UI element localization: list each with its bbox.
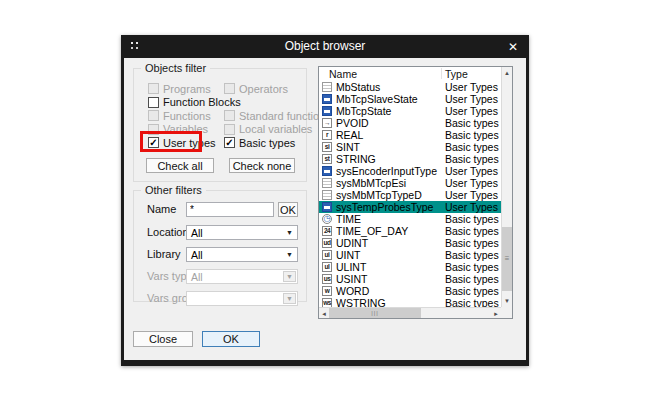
checkbox-operators: Operators xyxy=(224,82,308,96)
list-row-sysencoderinputtype[interactable]: sysEncoderInputTypeUser Types xyxy=(319,165,501,177)
vars-group-filter-row: Vars group ▼ xyxy=(134,291,306,306)
scroll-left-icon[interactable]: ◂ xyxy=(319,308,329,318)
vars-group-combobox-disabled: ▼ xyxy=(186,291,298,306)
list-row-sint[interactable]: siSINTBasic types xyxy=(319,141,501,153)
checkbox-functions: Functions xyxy=(148,109,224,123)
horizontal-scrollbar[interactable]: ◂ ||| ▸ xyxy=(319,307,501,318)
list-row-wstring[interactable]: wsWSTRINGBasic types xyxy=(319,297,501,307)
type-name: sysMbMTcpEsi xyxy=(336,177,406,189)
title-bar[interactable]: Object browser ✕ xyxy=(121,35,529,58)
type-category: Basic types xyxy=(445,285,499,297)
name-filter-input[interactable] xyxy=(186,202,274,217)
list-row-mbtcpstate[interactable]: MbTcpStateUser Types xyxy=(319,105,501,117)
scroll-down-icon[interactable]: ▼ xyxy=(502,296,512,306)
basic-type-icon: ul xyxy=(322,262,332,272)
type-name: WSTRING xyxy=(336,297,386,307)
type-category: Basic types xyxy=(445,213,499,225)
list-row-sysmbmtcptyped[interactable]: sysMbMTcpTypeDUser Types xyxy=(319,189,501,201)
user-type-icon xyxy=(322,166,332,176)
chevron-down-icon: ▼ xyxy=(286,251,293,258)
list-row-word[interactable]: wWORDBasic types xyxy=(319,285,501,297)
basic-type-icon: → xyxy=(322,118,332,128)
type-name: PVOID xyxy=(336,117,369,129)
list-header: Name Type xyxy=(319,67,501,80)
type-category: User Types xyxy=(445,105,498,117)
checkbox-box-icon[interactable]: ✓ xyxy=(224,137,235,148)
library-combobox[interactable]: All ▼ xyxy=(186,247,298,262)
checkbox-label: Functions xyxy=(163,110,211,122)
checkbox-box-icon[interactable] xyxy=(148,97,159,108)
dialog-client-area: Objects filter ProgramsOperatorsFunction… xyxy=(124,58,526,360)
name-filter-row: Name OK xyxy=(134,202,306,217)
list-row-pvoid[interactable]: →PVOIDBasic types xyxy=(319,117,501,129)
type-name: TIME_OF_DAY xyxy=(336,225,408,237)
location-label: Location xyxy=(147,226,189,238)
basic-type-icon: 24 xyxy=(322,226,332,236)
vertical-scrollbar[interactable]: ▲ ≡ ▼ xyxy=(501,67,512,307)
type-name: UINT xyxy=(336,249,361,261)
list-row-udint[interactable]: udUDINTBasic types xyxy=(319,237,501,249)
vertical-scroll-thumb[interactable]: ≡ xyxy=(502,227,512,291)
type-name: REAL xyxy=(336,129,363,141)
type-name: MbTcpState xyxy=(336,105,391,117)
list-row-mbtcpslavestate[interactable]: MbTcpSlaveStateUser Types xyxy=(319,93,501,105)
highlight-red-box xyxy=(140,131,202,152)
column-header-name[interactable]: Name xyxy=(329,68,357,80)
other-filters-group: Other filters Name OK Location All ▼ Lib… xyxy=(133,190,307,302)
list-row-uint[interactable]: uiUINTBasic types xyxy=(319,249,501,261)
type-name: STRING xyxy=(336,153,376,165)
checkbox-standard-functions: Standard functions xyxy=(224,109,308,123)
basic-type-icon: ud xyxy=(322,238,332,248)
check-none-button[interactable]: Check none xyxy=(229,158,295,173)
column-header-type[interactable]: Type xyxy=(445,68,468,80)
user-type-icon xyxy=(322,106,332,116)
library-value: All xyxy=(191,249,203,261)
type-name: TIME xyxy=(336,213,361,225)
location-value: All xyxy=(191,227,203,239)
type-list-rows: MbStatusUser TypesMbTcpSlaveStateUser Ty… xyxy=(319,81,501,307)
horizontal-scroll-thumb[interactable]: ||| xyxy=(329,308,421,318)
chevron-down-icon: ▼ xyxy=(286,229,293,236)
objects-filter-title: Objects filter xyxy=(141,62,210,74)
vars-type-value: All xyxy=(191,271,203,283)
name-filter-ok-button[interactable]: OK xyxy=(278,202,298,217)
type-name: sysTempProbesType xyxy=(336,201,433,213)
user-type-icon xyxy=(322,94,332,104)
location-combobox[interactable]: All ▼ xyxy=(186,225,298,240)
name-label: Name xyxy=(147,203,176,215)
checkbox-function-blocks[interactable]: Function Blocks xyxy=(148,96,224,110)
list-row-usint[interactable]: usUSINTBasic types xyxy=(319,273,501,285)
basic-type-icon: r xyxy=(322,130,332,140)
list-row-sysmbmtcpesi[interactable]: sysMbMTcpEsiUser Types xyxy=(319,177,501,189)
scroll-right-icon[interactable]: ▸ xyxy=(491,308,501,318)
ok-button[interactable]: OK xyxy=(202,331,260,347)
type-name: WORD xyxy=(336,285,369,297)
checkbox-label: Standard functions xyxy=(239,110,331,122)
list-row-time[interactable]: ◷TIMEBasic types xyxy=(319,213,501,225)
close-icon[interactable]: ✕ xyxy=(504,38,522,55)
list-row-systempprobestype[interactable]: sysTempProbesTypeUser Types xyxy=(319,201,501,213)
list-row-ulint[interactable]: ulULINTBasic types xyxy=(319,261,501,273)
scroll-up-icon[interactable]: ▲ xyxy=(502,68,512,78)
object-browser-dialog: Object browser ✕ Objects filter Programs… xyxy=(121,35,529,366)
list-row-mbstatus[interactable]: MbStatusUser Types xyxy=(319,81,501,93)
type-name: UDINT xyxy=(336,237,368,249)
type-category: Basic types xyxy=(445,117,499,129)
type-category: Basic types xyxy=(445,225,499,237)
list-row-string[interactable]: stSTRINGBasic types xyxy=(319,153,501,165)
type-name: USINT xyxy=(336,273,368,285)
type-name: MbStatus xyxy=(336,81,380,93)
list-row-real[interactable]: rREALBasic types xyxy=(319,129,501,141)
grid-spacer xyxy=(224,96,308,110)
type-listbox: Name Type MbStatusUser TypesMbTcpSlaveSt… xyxy=(318,66,513,319)
clock-icon: ◷ xyxy=(322,214,332,224)
chevron-down-icon: ▼ xyxy=(283,293,296,304)
basic-type-icon: us xyxy=(322,274,332,284)
checkbox-basic-types[interactable]: ✓Basic types xyxy=(224,136,308,150)
list-row-time-of-day[interactable]: 24TIME_OF_DAYBasic types xyxy=(319,225,501,237)
check-all-button[interactable]: Check all xyxy=(146,158,214,173)
basic-type-icon: w xyxy=(322,286,332,296)
checkbox-box-icon xyxy=(224,83,235,94)
close-button[interactable]: Close xyxy=(133,331,193,347)
vars-type-combobox-disabled: All ▼ xyxy=(186,269,298,284)
